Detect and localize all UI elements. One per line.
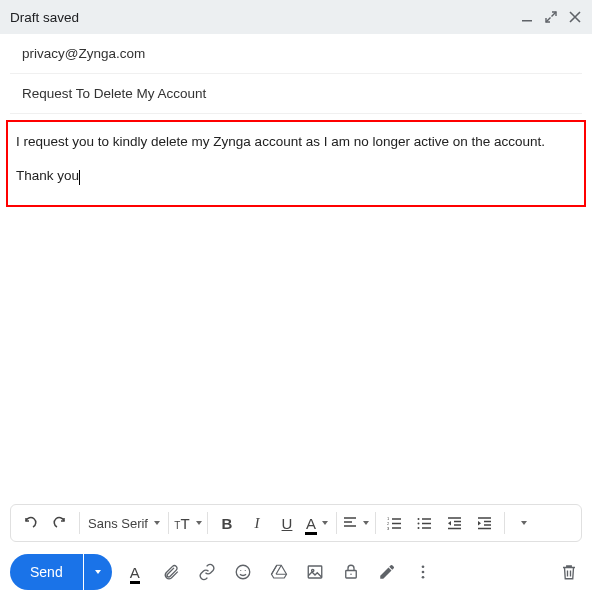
svg-text:3: 3 [387,526,390,531]
expand-icon[interactable] [544,10,558,24]
svg-point-13 [350,574,352,576]
compose-header: Draft saved [0,0,592,34]
font-size-button[interactable]: TT [173,508,203,538]
svg-point-7 [236,565,250,579]
separator [336,512,337,534]
svg-rect-0 [522,20,532,22]
chevron-down-icon [521,521,527,525]
svg-point-16 [421,576,424,579]
compose-fields: privacy@Zynga.com Request To Delete My A… [0,34,592,207]
indent-less-button[interactable] [440,508,470,538]
svg-point-8 [240,570,241,571]
font-family-label: Sans Serif [88,516,148,531]
actions-row: Send A [10,554,582,590]
body-line-1: I request you to kindly delete my Zynga … [16,132,576,152]
body-editor[interactable]: I request you to kindly delete my Zynga … [6,120,586,207]
body-line-2: Thank you [16,166,576,186]
svg-point-6 [418,527,420,529]
chevron-down-icon [196,521,202,525]
chevron-down-icon [322,521,328,525]
insert-signature-button[interactable] [374,559,400,585]
svg-point-14 [421,565,424,568]
text-cursor [79,170,80,185]
font-family-select[interactable]: Sans Serif [84,508,164,538]
text-color-button[interactable]: A [302,508,332,538]
chevron-down-icon [95,570,101,574]
insert-link-button[interactable] [194,559,220,585]
subject-field[interactable]: Request To Delete My Account [10,74,582,114]
send-group: Send [10,554,112,590]
bold-button[interactable]: B [212,508,242,538]
align-button[interactable] [341,508,371,538]
text-size-icon: TT [174,515,189,532]
more-options-button[interactable] [410,559,436,585]
svg-point-9 [244,570,245,571]
insert-drive-button[interactable] [266,559,292,585]
underline-button[interactable]: U [272,508,302,538]
svg-rect-10 [308,566,322,578]
compose-bottom: Sans Serif TT B I U A 123 [0,504,592,600]
insert-emoji-button[interactable] [230,559,256,585]
bulleted-list-button[interactable] [410,508,440,538]
minimize-icon[interactable] [520,10,534,24]
formatting-options-button[interactable]: A [122,559,148,585]
send-button[interactable]: Send [10,554,83,590]
header-actions [520,10,582,24]
separator [375,512,376,534]
numbered-list-button[interactable]: 123 [380,508,410,538]
italic-button[interactable]: I [242,508,272,538]
header-title: Draft saved [10,10,79,25]
separator [168,512,169,534]
text-color-icon: A [306,515,316,532]
chevron-down-icon [154,521,160,525]
send-options-button[interactable] [84,554,112,590]
separator [79,512,80,534]
formatting-toolbar: Sans Serif TT B I U A 123 [10,504,582,542]
insert-photo-button[interactable] [302,559,328,585]
to-field[interactable]: privacy@Zynga.com [10,34,582,74]
close-icon[interactable] [568,10,582,24]
svg-point-15 [421,571,424,574]
svg-point-4 [418,518,420,520]
redo-button[interactable] [45,508,75,538]
more-formatting-button[interactable] [509,508,539,538]
separator [504,512,505,534]
attach-file-button[interactable] [158,559,184,585]
svg-point-5 [418,522,420,524]
separator [207,512,208,534]
confidential-mode-button[interactable] [338,559,364,585]
discard-draft-button[interactable] [556,559,582,585]
undo-button[interactable] [15,508,45,538]
chevron-down-icon [363,521,369,525]
format-A-icon: A [130,564,140,581]
indent-more-button[interactable] [470,508,500,538]
